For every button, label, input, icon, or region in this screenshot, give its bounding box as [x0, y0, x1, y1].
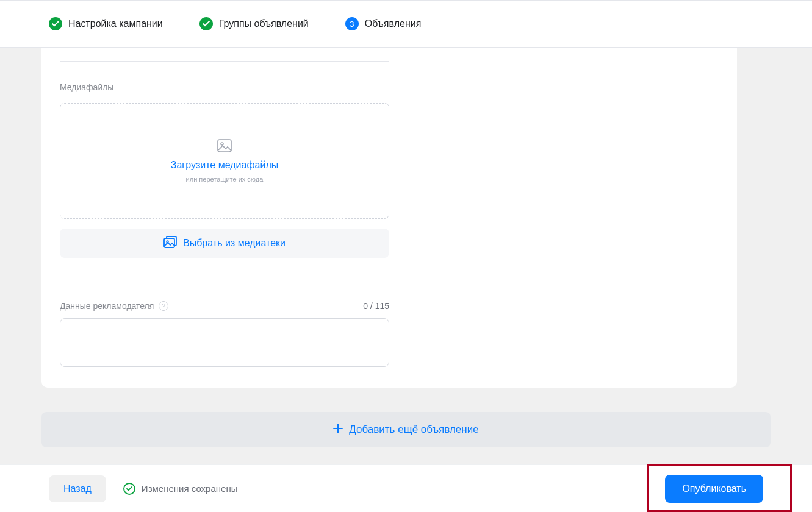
- dropzone-title: Загрузите медиафайлы: [171, 160, 278, 171]
- step-label: Группы объявлений: [219, 18, 309, 29]
- step-campaign[interactable]: Настройка кампании: [49, 17, 163, 30]
- add-ad-label: Добавить ещё объявление: [349, 424, 478, 436]
- plus-icon: [333, 424, 343, 436]
- step-label: Настройка кампании: [68, 18, 163, 29]
- content-area: Медиафайлы Загрузите медиафайлы или пере…: [0, 48, 812, 464]
- advertiser-label: Данные рекламодателя ?: [60, 301, 168, 311]
- gallery-icon: [163, 236, 177, 251]
- stepper: Настройка кампании Группы объявлений 3 О…: [49, 17, 421, 30]
- svg-rect-2: [164, 238, 174, 247]
- check-icon: [199, 17, 213, 30]
- media-section-label: Медиафайлы: [60, 82, 389, 92]
- char-counter: 0 / 115: [363, 301, 389, 311]
- save-status-text: Изменения сохранены: [142, 483, 238, 494]
- check-icon: [49, 17, 62, 30]
- svg-rect-0: [218, 140, 231, 152]
- step-number-icon: 3: [345, 17, 359, 30]
- advertiser-label-text: Данные рекламодателя: [60, 301, 154, 311]
- divider: [60, 61, 389, 62]
- media-library-button[interactable]: Выбрать из медиатеки: [60, 229, 389, 258]
- divider: [60, 280, 389, 280]
- stepper-header: Настройка кампании Группы объявлений 3 О…: [0, 0, 812, 48]
- step-label: Объявления: [365, 18, 422, 29]
- preview-panel: [408, 48, 737, 388]
- publish-button[interactable]: Опубликовать: [665, 475, 763, 503]
- step-separator: [318, 24, 336, 24]
- check-circle-icon: [123, 483, 135, 495]
- back-button[interactable]: Назад: [49, 475, 106, 502]
- footer-bar: Назад Изменения сохранены Опубликовать: [0, 464, 812, 512]
- media-library-label: Выбрать из медиатеки: [183, 238, 286, 249]
- save-status: Изменения сохранены: [123, 483, 238, 495]
- media-dropzone[interactable]: Загрузите медиафайлы или перетащите их с…: [60, 103, 389, 219]
- step-adgroups[interactable]: Группы объявлений: [199, 17, 309, 30]
- add-ad-button[interactable]: Добавить ещё объявление: [41, 412, 771, 447]
- dropzone-subtitle: или перетащите их сюда: [186, 176, 264, 183]
- help-icon[interactable]: ?: [159, 301, 168, 311]
- form-panel: Медиафайлы Загрузите медиафайлы или пере…: [41, 48, 408, 388]
- step-ads[interactable]: 3 Объявления: [345, 17, 422, 30]
- advertiser-textarea[interactable]: [60, 318, 389, 367]
- step-separator: [173, 24, 190, 24]
- svg-point-1: [221, 143, 223, 145]
- image-icon: [217, 139, 232, 155]
